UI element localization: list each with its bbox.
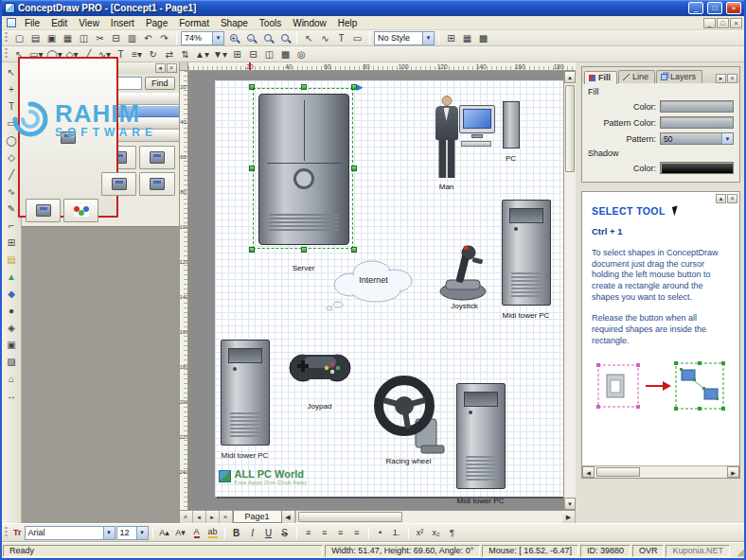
scroll-right-icon[interactable]: ▶ [727, 466, 739, 478]
panel-collapse-icon[interactable]: ▴ [716, 194, 726, 203]
horizontal-scroll-track[interactable] [295, 511, 562, 523]
vertical-ruler[interactable]: 20406080100120140160180200220240 [180, 71, 188, 510]
canvas-viewport[interactable]: ▶ [188, 71, 563, 510]
tab-line[interactable]: Line [618, 70, 655, 83]
style-combo[interactable]: No Style ▾ [374, 31, 435, 45]
scroll-down-icon[interactable]: ▼ [564, 498, 576, 510]
grid-tool-icon[interactable]: ⊞ [3, 235, 20, 251]
menu-item[interactable]: Page [140, 17, 173, 29]
print-icon[interactable]: ▦ [60, 31, 76, 45]
shape-tool-icon[interactable]: ▭ [349, 31, 365, 45]
last-page-button[interactable]: » [220, 511, 233, 523]
menu-item[interactable]: Format [173, 17, 215, 29]
home-tool-icon[interactable]: ⌂ [3, 371, 20, 387]
menu-item[interactable]: Edit [45, 17, 73, 29]
bold-button[interactable]: B [229, 525, 244, 540]
panel-expand-icon[interactable]: ▸ [716, 74, 726, 83]
next-page-button[interactable]: ▸ [206, 511, 220, 523]
new-document-icon[interactable]: ▢ [11, 31, 27, 45]
decrease-font-button[interactable]: A▾ [173, 525, 188, 540]
strikethrough-button[interactable]: S [277, 525, 293, 540]
open-document-icon[interactable]: ▤ [27, 31, 44, 45]
library-shape-thumb[interactable] [139, 172, 174, 196]
horizontal-scroll-thumb[interactable] [298, 512, 402, 522]
zoom-combo[interactable]: 74% ▾ [181, 31, 224, 45]
snap-grid-icon[interactable]: ▩ [277, 47, 293, 61]
mdi-minimize-button[interactable]: _ [703, 18, 716, 28]
chevron-down-icon[interactable]: ▾ [212, 32, 223, 44]
paste-icon[interactable]: ▥ [124, 31, 140, 45]
align-left-button[interactable]: ≡ [301, 525, 316, 540]
selection-handle[interactable] [301, 247, 307, 253]
chevron-down-icon[interactable]: ▾ [103, 527, 115, 539]
diamond-tool-icon[interactable]: ◆ [3, 286, 20, 302]
send-to-back-icon[interactable]: ▼▾ [211, 47, 229, 61]
scroll-left-icon[interactable]: ◀ [582, 466, 595, 478]
zoom-page-button[interactable] [259, 31, 275, 45]
tab-fill[interactable]: Fill [584, 71, 617, 84]
smart-action-icon[interactable]: ▶ [357, 82, 364, 92]
menu-item[interactable]: Tools [254, 17, 287, 29]
flip-vertical-icon[interactable]: ⇅ [177, 47, 193, 61]
minimize-button[interactable]: _ [688, 2, 703, 14]
library-shape-thumb[interactable] [26, 199, 61, 222]
increase-font-button[interactable]: A▴ [157, 525, 172, 540]
shape-racing-wheel[interactable]: Racing wheel [372, 374, 446, 470]
menu-item[interactable]: Shape [215, 17, 254, 29]
drawing-page[interactable]: ▶ [215, 80, 563, 497]
pointer-tool-icon[interactable]: ↖ [301, 31, 317, 45]
font-color-button[interactable]: A [189, 525, 204, 540]
menu-item[interactable]: Window [287, 17, 332, 29]
hatch-tool-icon[interactable]: ▨ [3, 354, 20, 370]
library-shape-thumb[interactable] [101, 172, 136, 196]
tab-layers[interactable]: Layers [656, 70, 702, 83]
shape-man[interactable]: Man [433, 96, 461, 200]
superscript-button[interactable]: x² [413, 525, 428, 540]
table-icon[interactable]: ⊞ [443, 31, 459, 45]
align-right-button[interactable]: ≡ [333, 525, 348, 540]
vertical-scrollbar[interactable]: ▲ ▼ [563, 71, 576, 510]
scroll-right-icon[interactable]: ▶ [562, 511, 576, 523]
status-ovr-toggle[interactable]: OVR [632, 545, 665, 557]
flip-horizontal-icon[interactable]: ⇄ [161, 47, 177, 61]
mdi-restore-button[interactable]: □ [717, 18, 729, 28]
bring-to-front-icon[interactable]: ▲▾ [193, 47, 211, 61]
toolbar-grip[interactable] [5, 527, 8, 538]
help-scroll-thumb[interactable] [596, 467, 640, 477]
fill-color-swatch[interactable] [660, 100, 734, 113]
numbered-list-button[interactable]: 1. [389, 525, 404, 540]
menu-item[interactable]: Help [332, 17, 364, 29]
chart-icon[interactable]: ▦ [459, 31, 475, 45]
horizontal-ruler[interactable]: 20406080100120140160180 [188, 62, 576, 71]
paragraph-button[interactable]: ¶ [445, 525, 460, 540]
connector-tool-icon[interactable]: ∿ [317, 31, 333, 45]
first-page-button[interactable]: « [180, 511, 193, 523]
selection-handle[interactable] [249, 84, 255, 90]
vertical-scroll-thumb[interactable] [565, 85, 575, 172]
selection-handle[interactable] [249, 166, 255, 171]
cut-icon[interactable]: ✂ [92, 31, 108, 45]
presentation-icon[interactable]: ◎ [293, 47, 310, 61]
ungroup-icon[interactable]: ⊟ [245, 47, 261, 61]
zoom-out-button[interactable]: - [242, 31, 258, 45]
shape-joypad[interactable]: Joypad [289, 345, 351, 415]
panel-collapse-icon[interactable]: ◂ [155, 63, 166, 73]
rotate-icon[interactable]: ↻ [145, 47, 161, 61]
page-tab[interactable]: Page1 [233, 511, 282, 523]
pan-tool-icon[interactable]: ↔ [3, 388, 20, 404]
library-shape-thumb-colorful[interactable] [63, 199, 98, 222]
library-shape-thumb[interactable] [139, 146, 174, 169]
shadow-color-swatch[interactable] [660, 162, 734, 174]
connector-tool-icon[interactable]: ⌐ [3, 218, 20, 234]
close-button[interactable]: × [726, 2, 741, 14]
mdi-close-button[interactable]: × [730, 18, 742, 28]
fill-tool-icon[interactable]: ▣ [3, 337, 20, 353]
shape-joystick[interactable]: Joystick [435, 241, 495, 315]
undo-icon[interactable]: ↶ [140, 31, 156, 45]
grid-toggle-icon[interactable]: ▩ [475, 31, 491, 45]
menu-item[interactable]: File [19, 17, 45, 29]
previous-page-button[interactable]: ◂ [193, 511, 206, 523]
italic-button[interactable]: I [245, 525, 260, 540]
subscript-button[interactable]: x₂ [429, 525, 444, 540]
pattern-dropdown[interactable]: 50 ▾ [660, 132, 734, 145]
